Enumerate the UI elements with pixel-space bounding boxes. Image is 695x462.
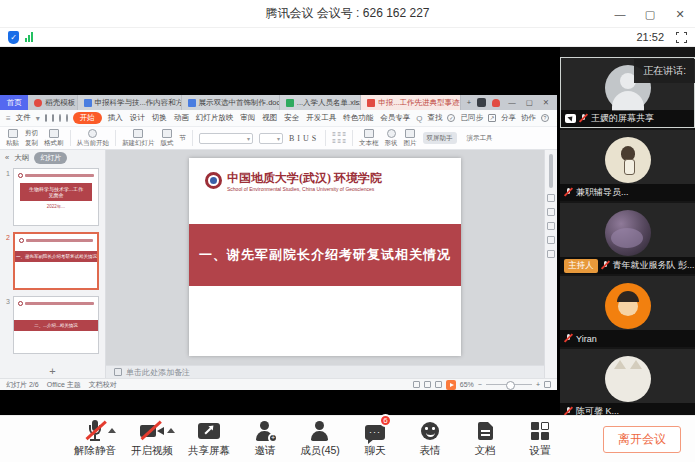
slide-thumbnail-1[interactable]: 生物科学与技术学...工作 见面会 2022年... [13,168,99,226]
normal-view-icon[interactable] [413,381,420,388]
reading-view-icon[interactable] [435,381,442,388]
current-slide[interactable]: 中国地质大学(武汉) 环境学院 School of Environmental … [189,158,461,356]
close-button[interactable]: ✕ [665,0,695,28]
start-video-button[interactable]: 开启视频 [131,420,173,458]
fit-window-icon[interactable] [544,381,551,388]
cut-button[interactable]: 剪切复制 [25,129,38,148]
wps-home-tab[interactable]: 首页 [0,95,28,110]
slide-thumbnail-2-selected[interactable]: 一、谢先军副院长介绍考研复试相关情况 [13,232,99,290]
hamburger-icon[interactable]: ≡ [6,114,11,123]
share-screen-button[interactable]: 共享屏幕 [188,420,230,458]
members-button[interactable]: 成员(45) [300,420,340,458]
shape-button[interactable]: 形状 [385,129,398,148]
menu-search-label[interactable]: 查找 [427,113,442,123]
participant-tile-2[interactable]: 兼职辅导员... [560,130,695,201]
menu-security[interactable]: 安全 [283,113,300,123]
wps-docer-tab[interactable]: 稻壳模板 [28,95,77,110]
new-slide-button[interactable]: 新建幻灯片 [122,129,155,148]
new-tab-button[interactable]: + [467,98,471,107]
wps-minimize-button[interactable]: — [506,98,518,107]
wps-close-button[interactable]: ✕ [541,98,551,107]
menu-view[interactable]: 视图 [261,113,278,123]
scrollbar-thumb[interactable] [549,154,553,188]
menu-review[interactable]: 审阅 [239,113,256,123]
minimize-button[interactable]: — [605,0,635,28]
video-options-caret-icon[interactable] [167,428,175,433]
help-icon[interactable]: ? [541,114,549,122]
security-shield-icon[interactable]: ✓ [8,31,19,44]
maximize-button[interactable]: ▢ [635,0,665,28]
wps-doc-tab-2[interactable]: 展示双选中首饰制作.docx [182,95,280,110]
menu-insert[interactable]: 插入 [107,113,124,123]
collab-button[interactable]: 协作 [521,113,536,123]
sidebar-tool-icon[interactable] [547,194,555,202]
sync-status[interactable]: 已同步 [460,113,483,123]
zoom-in-icon[interactable]: + [536,381,540,388]
menu-slideshow[interactable]: 幻灯片放映 [195,113,235,123]
notification-bell-icon[interactable] [492,99,500,107]
participant-tile-3[interactable]: 主持人 青年就业服务队 彭... [560,203,695,274]
menu-start-tab[interactable]: 开始 [73,112,102,124]
wps-restore-button[interactable]: ▢ [524,98,535,107]
format-painter-button[interactable]: 格式刷 [44,129,64,148]
participant-tile-5[interactable]: 陈可馨 K... [560,349,695,415]
layout-button[interactable]: 版式 [161,129,174,148]
font-size-select[interactable]: ▾ [259,133,283,144]
sidebar-tool-icon[interactable] [547,250,555,258]
wps-doc-tab-3[interactable]: ...入学人员名单.xlsx [280,95,361,110]
fullscreen-icon[interactable] [676,32,687,43]
menu-devtools[interactable]: 开发工具 [305,113,337,123]
invite-button[interactable]: + 邀请 [245,420,285,458]
paragraph-align-icons[interactable]: ≡ ≡ ≡≡ ≡ ≡ [332,131,346,145]
share-button[interactable]: 分享 [501,113,516,123]
slideshow-play-button[interactable] [446,380,456,390]
leave-meeting-button[interactable]: 离开会议 [603,426,681,453]
section-button[interactable]: 节 [180,134,187,143]
menu-animation[interactable]: 动画 [173,113,190,123]
wps-doc-tab-1[interactable]: 申报科学与技...作内容和方案 [78,95,182,110]
print-icon[interactable] [52,114,54,122]
paste-button[interactable]: 粘贴 [6,129,19,148]
network-signal-icon[interactable] [25,32,33,42]
tab-list-icon[interactable] [477,98,486,107]
chat-button[interactable]: ··· 6 聊天 [355,420,395,458]
bold-italic-underline-group[interactable]: BIUS [289,134,319,143]
zoom-out-icon[interactable]: − [478,381,482,388]
mic-options-caret-icon[interactable] [108,428,116,433]
dual-screen-helper-button[interactable]: 双屏助手 [423,132,457,144]
present-tools-button[interactable]: 演示工具 [463,132,497,144]
sidebar-tool-icon[interactable] [547,222,555,230]
menu-design[interactable]: 设计 [129,113,146,123]
slide-thumbnail-3[interactable]: 二、...介绍...相关情况 [13,296,99,354]
menu-features[interactable]: 特色功能 [342,113,374,123]
docs-button[interactable]: 文档 [465,420,505,458]
search-icon[interactable]: Q [416,114,422,123]
play-from-current-button[interactable]: 从当前开始 [77,129,110,148]
menu-transition[interactable]: 切换 [151,113,168,123]
slides-tab[interactable]: 幻灯片 [34,152,67,164]
emoji-button[interactable]: 表情 [410,420,450,458]
settings-button[interactable]: 设置 [520,420,560,458]
wps-doc-tab-4-active[interactable]: 申报...工作先进典型事迹 • [361,95,461,110]
sorter-view-icon[interactable] [424,381,431,388]
collapse-panel-icon[interactable]: « [5,153,9,162]
save-icon[interactable] [45,114,47,122]
menu-file[interactable]: 文件 [16,113,31,123]
menu-member[interactable]: 会员专享 [379,113,411,123]
participant-tile-4[interactable]: Yiran [560,276,695,347]
unmute-button[interactable]: 解除静音 [74,420,116,458]
more-icon[interactable]: ⋮ [554,114,557,123]
font-family-select[interactable]: ▾ [199,133,253,144]
sidebar-tool-icon[interactable] [547,208,555,216]
add-slide-button[interactable]: + [0,364,105,378]
redo-icon[interactable] [66,114,68,122]
outline-tab[interactable]: 大纲 [14,153,29,163]
zoom-slider[interactable] [486,384,532,385]
textbox-button[interactable]: 文本框 [359,129,379,148]
proofing-status[interactable]: 文档校对 [89,380,117,390]
picture-button[interactable]: 图片 [404,129,417,148]
undo-icon[interactable] [59,114,61,122]
sidebar-tool-icon[interactable] [547,236,555,244]
notes-bar[interactable]: 单击此处添加备注 [106,365,544,378]
zoom-percent[interactable]: 65% [460,381,474,388]
